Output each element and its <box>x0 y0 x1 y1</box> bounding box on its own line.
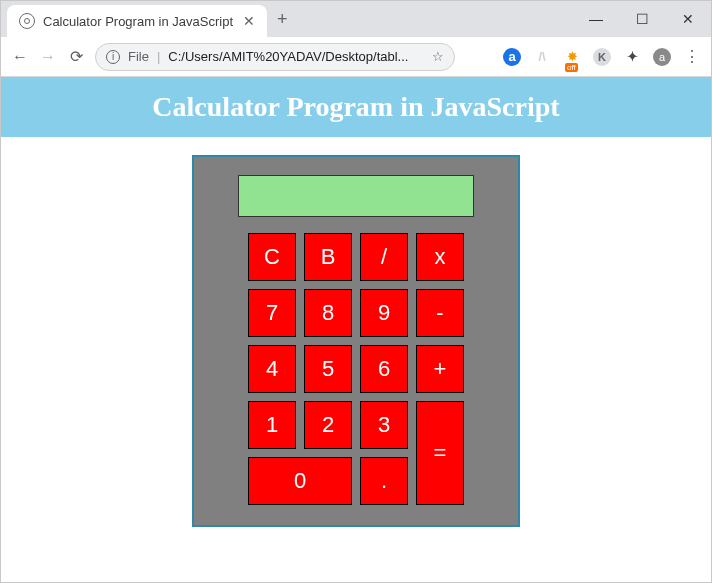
profile-avatar-icon[interactable]: a <box>653 48 671 66</box>
url-text: C:/Users/AMIT%20YADAV/Desktop/tabl... <box>168 49 424 64</box>
keypad: C B / x 7 8 9 - 4 5 6 + <box>212 233 500 505</box>
add-button[interactable]: + <box>416 345 464 393</box>
close-window-button[interactable]: ✕ <box>665 1 711 37</box>
calculator-display[interactable] <box>238 175 474 217</box>
divide-button[interactable]: / <box>360 233 408 281</box>
page-title: Calculator Program in JavaScript <box>1 91 711 123</box>
decimal-button[interactable]: . <box>360 457 408 505</box>
toolbar: ← → ⟳ i File | C:/Users/AMIT%20YADAV/Des… <box>1 37 711 77</box>
key-row-4-5: 1 2 3 0 . = <box>248 401 464 505</box>
clear-button[interactable]: C <box>248 233 296 281</box>
tab-close-icon[interactable]: ✕ <box>243 13 255 29</box>
new-tab-button[interactable]: + <box>267 9 298 30</box>
reload-button[interactable]: ⟳ <box>67 47 85 66</box>
digit-5-button[interactable]: 5 <box>304 345 352 393</box>
back-button[interactable]: ← <box>11 48 29 66</box>
left-bottom-col: 1 2 3 0 . <box>248 401 408 505</box>
extension-arc-icon[interactable]: /\ <box>533 48 551 66</box>
digit-9-button[interactable]: 9 <box>360 289 408 337</box>
kebab-menu-icon[interactable]: ⋮ <box>683 48 701 66</box>
extension-fire-badge: off <box>565 63 578 72</box>
digit-3-button[interactable]: 3 <box>360 401 408 449</box>
url-prefix: File <box>128 49 149 64</box>
extension-fire-icon[interactable]: ✸ off <box>563 48 581 66</box>
url-bar[interactable]: i File | C:/Users/AMIT%20YADAV/Desktop/t… <box>95 43 455 71</box>
digit-7-button[interactable]: 7 <box>248 289 296 337</box>
digit-6-button[interactable]: 6 <box>360 345 408 393</box>
window-controls: — ☐ ✕ <box>573 1 711 37</box>
key-row-3: 4 5 6 + <box>248 345 464 393</box>
extension-k-icon[interactable]: K <box>593 48 611 66</box>
key-row-2: 7 8 9 - <box>248 289 464 337</box>
backspace-button[interactable]: B <box>304 233 352 281</box>
equals-button[interactable]: = <box>416 401 464 505</box>
tab-title: Calculator Program in JavaScript <box>43 14 233 29</box>
globe-icon <box>19 13 35 29</box>
multiply-button[interactable]: x <box>416 233 464 281</box>
extension-a-icon[interactable]: a <box>503 48 521 66</box>
fire-glyph: ✸ <box>567 49 578 64</box>
forward-button[interactable]: → <box>39 48 57 66</box>
browser-window: Calculator Program in JavaScript ✕ + — ☐… <box>0 0 712 583</box>
digit-2-button[interactable]: 2 <box>304 401 352 449</box>
calculator: C B / x 7 8 9 - 4 5 6 + <box>192 155 520 527</box>
page-viewport: Calculator Program in JavaScript C B / x… <box>1 77 711 582</box>
digit-1-button[interactable]: 1 <box>248 401 296 449</box>
titlebar: Calculator Program in JavaScript ✕ + — ☐… <box>1 1 711 37</box>
info-icon[interactable]: i <box>106 50 120 64</box>
page-banner: Calculator Program in JavaScript <box>1 77 711 137</box>
digit-4-button[interactable]: 4 <box>248 345 296 393</box>
key-row-4: 1 2 3 <box>248 401 408 449</box>
digit-0-button[interactable]: 0 <box>248 457 352 505</box>
bookmark-star-icon[interactable]: ☆ <box>432 49 444 64</box>
extensions-row: a /\ ✸ off K ✦ a ⋮ <box>503 48 701 66</box>
maximize-button[interactable]: ☐ <box>619 1 665 37</box>
key-row-1: C B / x <box>248 233 464 281</box>
digit-8-button[interactable]: 8 <box>304 289 352 337</box>
extensions-puzzle-icon[interactable]: ✦ <box>623 48 641 66</box>
browser-tab[interactable]: Calculator Program in JavaScript ✕ <box>7 5 267 37</box>
subtract-button[interactable]: - <box>416 289 464 337</box>
minimize-button[interactable]: — <box>573 1 619 37</box>
key-row-5: 0 . <box>248 457 408 505</box>
calculator-container: C B / x 7 8 9 - 4 5 6 + <box>1 137 711 557</box>
